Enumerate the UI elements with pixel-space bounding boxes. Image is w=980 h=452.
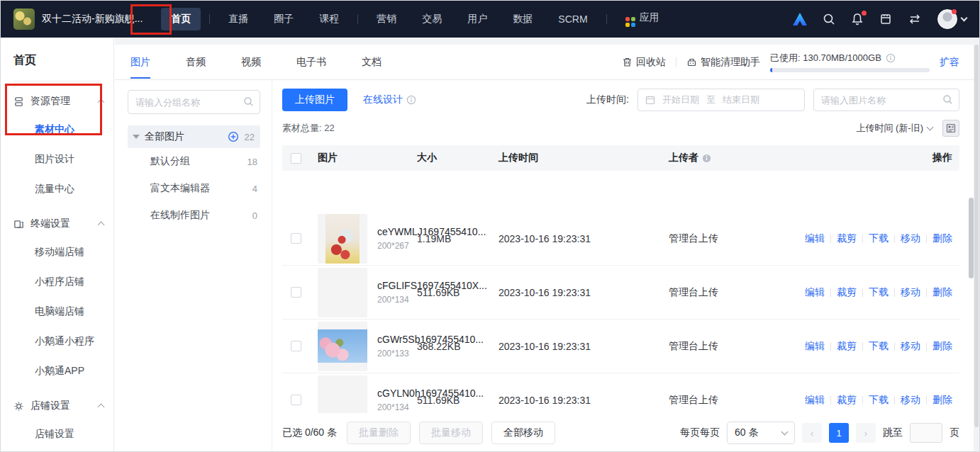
smart-cleaner-button[interactable]: 智能清理助手 (686, 56, 760, 69)
table-footer: 已选 0/60 条 批量删除 批量移动 全部移动 每页每页 60 条 ‹ 1 (282, 413, 959, 452)
window-scrollbar[interactable] (974, 38, 979, 452)
caret-down-icon[interactable] (133, 135, 140, 139)
main-area: 图片 音频 视频 电子书 文档 回收站 智能清理助手 (115, 38, 975, 452)
sidebar-item-mobile-shop[interactable]: 移动端店铺 (13, 237, 113, 267)
edit-link[interactable]: 编辑 (805, 340, 825, 353)
assistant-logo-icon[interactable] (793, 13, 807, 26)
current-page-button[interactable]: 1 (829, 423, 849, 443)
tree-node-online-made[interactable]: 在线制作图片 0 (128, 202, 260, 229)
download-link[interactable]: 下载 (869, 232, 889, 245)
nav-item-course[interactable]: 课程 (309, 8, 349, 30)
expand-storage-link[interactable]: 扩容 (940, 56, 959, 69)
sidebar-section-terminal[interactable]: 终端设置 (13, 204, 113, 237)
delete-link[interactable]: 删除 (932, 232, 952, 245)
table-scrollbar-thumb[interactable] (969, 198, 974, 278)
tab-document[interactable]: 文档 (360, 46, 383, 79)
row-checkbox[interactable] (291, 395, 301, 405)
shop-logo[interactable] (13, 9, 35, 30)
search-icon[interactable] (243, 96, 254, 107)
nav-item-scrm[interactable]: SCRM (548, 9, 597, 30)
sidebar-section-resource[interactable]: 资源管理 (13, 81, 113, 115)
pink-blossom-photo[interactable] (318, 322, 367, 371)
recycle-bin-button[interactable]: 回收站 (622, 56, 666, 69)
group-search-input[interactable] (128, 90, 260, 114)
account-menu[interactable] (937, 9, 967, 29)
sidebar-item-xiaoe-miniprogram[interactable]: 小鹅通小程序 (13, 327, 113, 356)
date-range-picker[interactable]: 开始日期 至 结束日期 (637, 89, 805, 111)
sidebar-item-miniprogram-shop[interactable]: 小程序店铺 (13, 267, 113, 297)
nav-item-live[interactable]: 直播 (218, 8, 258, 30)
card-view-toggle[interactable] (942, 120, 959, 137)
sidebar-item-image-design[interactable]: 图片设计 (13, 145, 113, 174)
upload-image-button[interactable]: 上传图片 (282, 89, 347, 111)
image-search-input[interactable] (813, 89, 959, 111)
tab-video[interactable]: 视频 (240, 46, 262, 79)
notification-bell-icon[interactable] (851, 13, 864, 26)
row-checkbox[interactable] (291, 233, 301, 244)
online-design-link[interactable]: 在线设计 (363, 94, 416, 106)
next-page-button[interactable]: › (856, 423, 876, 443)
account-badge (952, 9, 957, 14)
sidebar-section-shop-settings[interactable]: 店铺设置 (13, 386, 113, 419)
delete-link[interactable]: 删除 (932, 394, 952, 407)
sidebar-item-xiaoe-app[interactable]: 小鹅通APP (13, 356, 113, 386)
sidebar-item-shop-settings[interactable]: 店铺设置 (13, 419, 113, 449)
crop-link[interactable]: 裁剪 (837, 232, 857, 245)
crop-link[interactable]: 裁剪 (837, 340, 857, 353)
search-icon[interactable] (942, 94, 953, 105)
strawberry-photo[interactable] (318, 214, 367, 264)
table-row: cFGLIFS1697455410X... 200*134 511.69KB 2… (282, 266, 959, 320)
tree-node-default-group[interactable]: 默认分组 18 (128, 148, 260, 175)
sidebar-item-traffic-center[interactable]: 流量中心 (13, 174, 113, 204)
per-page-select[interactable]: 60 条 (727, 422, 795, 444)
shop-store-icon[interactable] (879, 13, 892, 26)
vase-shelf-photo[interactable] (318, 268, 367, 317)
main-nav: 首页 直播 圈子 课程 营销 交易 用户 数据 SCRM 应用 (161, 6, 669, 32)
download-link[interactable]: 下载 (869, 286, 889, 299)
sidebar-item-home[interactable]: 首页 (13, 38, 113, 81)
nav-item-apps[interactable]: 应用 (616, 6, 669, 32)
switch-shop-icon[interactable] (908, 13, 922, 25)
window-scrollbar-thumb[interactable] (974, 45, 979, 427)
nav-item-home[interactable]: 首页 (161, 8, 201, 30)
download-link[interactable]: 下载 (869, 394, 889, 407)
edit-link[interactable]: 编辑 (805, 394, 825, 407)
info-icon[interactable] (702, 154, 711, 163)
jump-page-input[interactable] (910, 423, 942, 443)
edit-link[interactable]: 编辑 (805, 286, 825, 299)
crop-link[interactable]: 裁剪 (837, 394, 857, 407)
move-link[interactable]: 移动 (901, 340, 920, 353)
nav-item-marketing[interactable]: 营销 (367, 8, 406, 30)
nav-item-user[interactable]: 用户 (457, 8, 497, 30)
search-icon[interactable] (823, 13, 835, 26)
nav-item-circle[interactable]: 圈子 (264, 8, 304, 30)
move-all-button[interactable]: 全部移动 (491, 422, 555, 444)
sidebar-item-pc-shop[interactable]: 电脑端店铺 (13, 297, 113, 327)
delete-link[interactable]: 删除 (932, 286, 952, 299)
select-all-checkbox[interactable] (291, 153, 301, 164)
download-link[interactable]: 下载 (869, 340, 889, 353)
info-icon[interactable] (886, 53, 896, 63)
tree-node-all-images[interactable]: 全部图片 22 (128, 125, 260, 148)
batch-delete-button[interactable]: 批量删除 (347, 422, 411, 444)
nav-item-data[interactable]: 数据 (503, 8, 542, 30)
nav-item-trade[interactable]: 交易 (412, 8, 452, 30)
tab-images[interactable]: 图片 (129, 46, 152, 79)
add-group-icon[interactable] (228, 131, 239, 142)
tab-ebook[interactable]: 电子书 (295, 46, 328, 79)
app-window: 双十二活动-新购旗舰... 首页 直播 圈子 课程 营销 交易 用户 数据 SC… (0, 0, 980, 452)
move-link[interactable]: 移动 (901, 286, 920, 299)
row-checkbox[interactable] (291, 287, 301, 298)
sidebar-item-material-center[interactable]: 素材中心 (13, 115, 113, 145)
crop-link[interactable]: 裁剪 (837, 286, 857, 299)
prev-page-button[interactable]: ‹ (802, 423, 822, 443)
tab-audio[interactable]: 音频 (184, 46, 207, 79)
edit-link[interactable]: 编辑 (805, 232, 825, 245)
tree-node-richtext-editor[interactable]: 富文本编辑器 4 (128, 175, 260, 202)
move-link[interactable]: 移动 (901, 232, 920, 245)
move-link[interactable]: 移动 (901, 394, 920, 407)
row-checkbox[interactable] (291, 341, 301, 351)
sort-dropdown[interactable]: 上传时间 (新-旧) (856, 122, 932, 135)
delete-link[interactable]: 删除 (932, 340, 952, 353)
batch-move-button[interactable]: 批量移动 (419, 422, 483, 444)
